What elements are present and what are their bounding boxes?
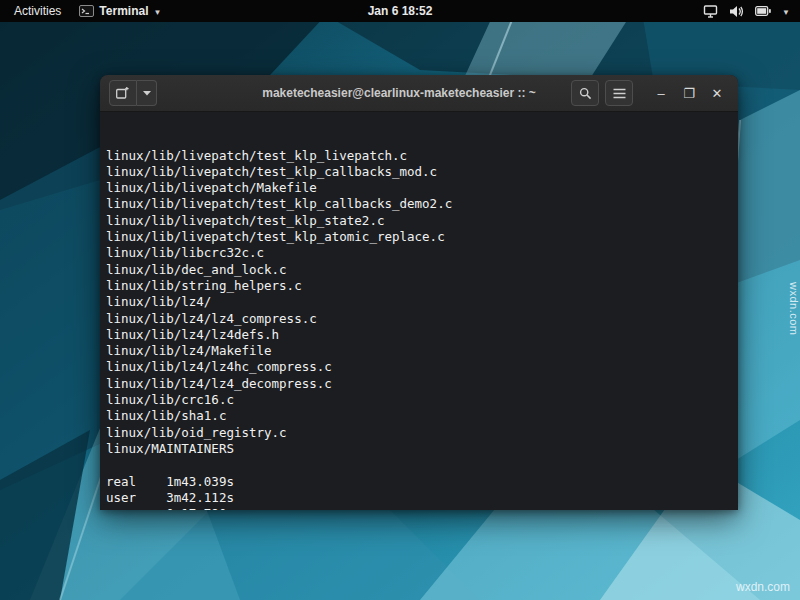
close-button[interactable]: ✕ bbox=[705, 81, 729, 105]
terminal-line: linux/lib/livepatch/test_klp_state2.c bbox=[106, 213, 738, 229]
system-menu-caret-icon: ▼ bbox=[782, 8, 790, 17]
terminal-line: linux/lib/dec_and_lock.c bbox=[106, 262, 738, 278]
terminal-line: linux/lib/lz4/Makefile bbox=[106, 343, 738, 359]
terminal-output: linux/lib/livepatch/test_klp_livepatch.c… bbox=[106, 148, 738, 510]
terminal-line: linux/lib/crc16.c bbox=[106, 392, 738, 408]
menu-button[interactable] bbox=[605, 80, 633, 106]
watermark-side: wxdn.com bbox=[788, 282, 800, 336]
volume-icon bbox=[729, 5, 744, 18]
activities-button[interactable]: Activities bbox=[10, 4, 65, 18]
terminal-line: linux/lib/oid_registry.c bbox=[106, 425, 738, 441]
terminal-line: linux/lib/lz4/ bbox=[106, 294, 738, 310]
new-tab-button[interactable] bbox=[109, 80, 137, 106]
terminal-line: linux/lib/livepatch/Makefile bbox=[106, 180, 738, 196]
app-menu-label: Terminal bbox=[99, 4, 148, 18]
terminal-line: linux/lib/livepatch/test_klp_callbacks_d… bbox=[106, 196, 738, 212]
app-menu-caret-icon: ▼ bbox=[153, 8, 161, 17]
titlebar-actions: – ❐ ✕ bbox=[571, 80, 729, 106]
terminal-line: linux/MAINTAINERS bbox=[106, 441, 738, 457]
terminal-line: real 1m43.039s bbox=[106, 474, 738, 490]
new-tab-dropdown-button[interactable] bbox=[137, 80, 157, 106]
window-controls: – ❐ ✕ bbox=[649, 81, 729, 105]
terminal-line: linux/lib/livepatch/test_klp_callbacks_m… bbox=[106, 164, 738, 180]
search-icon bbox=[579, 87, 592, 100]
terminal-line: linux/lib/lz4/lz4hc_compress.c bbox=[106, 359, 738, 375]
terminal-window: maketecheasier@clearlinux-maketecheasier… bbox=[100, 75, 738, 510]
top-bar-left: Activities Terminal ▼ bbox=[0, 4, 161, 18]
terminal-line: linux/lib/libcrc32c.c bbox=[106, 245, 738, 261]
new-tab-icon bbox=[116, 87, 130, 99]
top-bar: Activities Terminal ▼ Jan 6 18:52 bbox=[0, 0, 800, 22]
window-titlebar[interactable]: maketecheasier@clearlinux-maketecheasier… bbox=[100, 75, 738, 112]
terminal-line: linux/lib/lz4/lz4_compress.c bbox=[106, 311, 738, 327]
battery-icon bbox=[755, 6, 771, 16]
maximize-button[interactable]: ❐ bbox=[677, 81, 701, 105]
terminal-line: user 3m42.112s bbox=[106, 490, 738, 506]
minimize-button[interactable]: – bbox=[649, 81, 673, 105]
terminal-line: linux/lib/sha1.c bbox=[106, 408, 738, 424]
app-menu[interactable]: Terminal ▼ bbox=[79, 4, 161, 18]
watermark-bottom: wxdn.com bbox=[736, 580, 790, 594]
terminal-line: linux/lib/string_helpers.c bbox=[106, 278, 738, 294]
chevron-down-icon bbox=[143, 90, 151, 96]
terminal-line bbox=[106, 457, 738, 473]
system-status-area[interactable]: ▼ bbox=[703, 5, 800, 18]
terminal-line: linux/lib/livepatch/test_klp_livepatch.c bbox=[106, 148, 738, 164]
terminal-line: linux/lib/livepatch/test_klp_atomic_repl… bbox=[106, 229, 738, 245]
terminal-output-area[interactable]: linux/lib/livepatch/test_klp_livepatch.c… bbox=[100, 112, 738, 510]
hamburger-icon bbox=[613, 88, 626, 99]
terminal-app-icon bbox=[79, 5, 94, 17]
terminal-line: sys 0m17.790s bbox=[106, 506, 738, 510]
terminal-line: linux/lib/lz4/lz4_decompress.c bbox=[106, 376, 738, 392]
window-title: maketecheasier@clearlinux-maketecheasier… bbox=[220, 86, 578, 100]
new-tab-group bbox=[109, 80, 157, 106]
terminal-line: linux/lib/lz4/lz4defs.h bbox=[106, 327, 738, 343]
network-icon bbox=[703, 5, 718, 18]
